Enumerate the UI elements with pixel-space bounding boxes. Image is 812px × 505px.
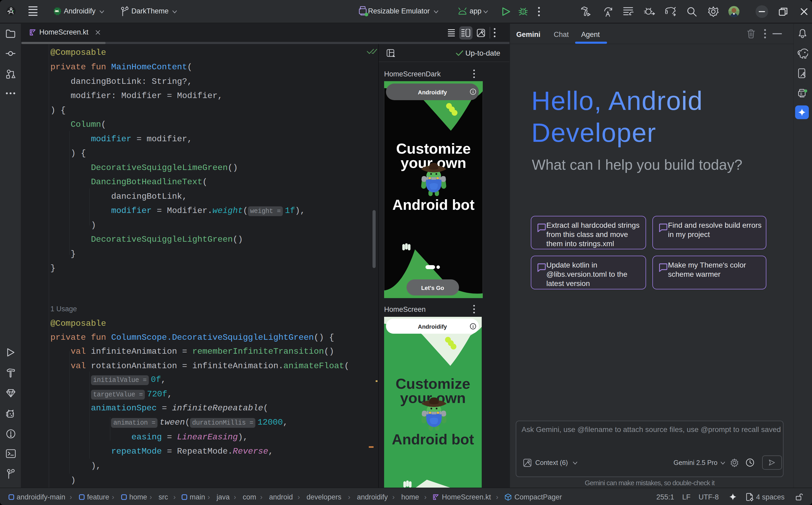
svg-text:Android bot: Android bot — [392, 197, 475, 213]
svg-text:Android bot: Android bot — [392, 431, 474, 448]
svg-text:Let's Go: Let's Go — [421, 285, 444, 291]
svg-text:Androidify: Androidify — [418, 89, 447, 96]
svg-text:Androidify: Androidify — [418, 323, 447, 330]
